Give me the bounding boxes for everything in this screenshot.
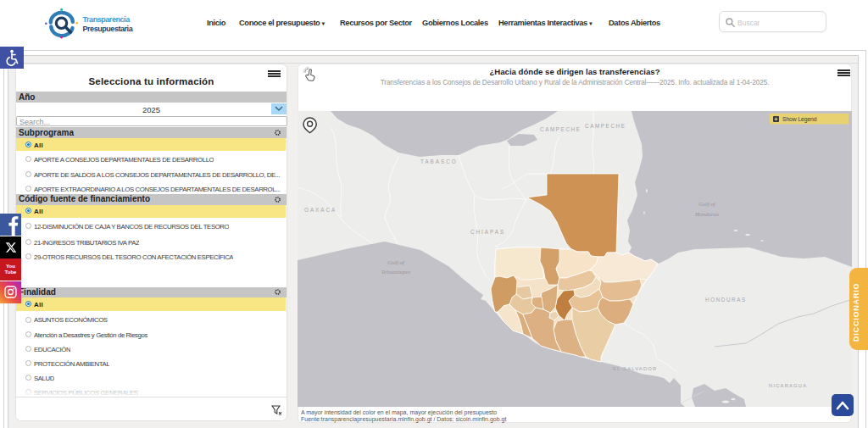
svg-text:OAXACA: OAXACA: [304, 207, 337, 213]
svg-text:Gulf of: Gulf of: [387, 259, 405, 266]
svg-text:TABASCO: TABASCO: [420, 158, 458, 164]
svg-text:HONDURAS: HONDURAS: [705, 297, 747, 303]
svg-text:CAMPECHE: CAMPECHE: [585, 123, 626, 129]
svg-text:CAMPECHE: CAMPECHE: [540, 126, 581, 132]
svg-text:CHIAPAS: CHIAPAS: [470, 229, 505, 235]
svg-text:Honduras: Honduras: [694, 211, 719, 218]
svg-text:EL SALVADOR: EL SALVADOR: [613, 366, 657, 371]
svg-text:NICARAGUA: NICARAGUA: [769, 383, 807, 388]
svg-text:Tehuantepec: Tehuantepec: [381, 269, 411, 275]
svg-text:Show Legend: Show Legend: [782, 116, 817, 123]
svg-text:Gulf of: Gulf of: [698, 201, 716, 208]
